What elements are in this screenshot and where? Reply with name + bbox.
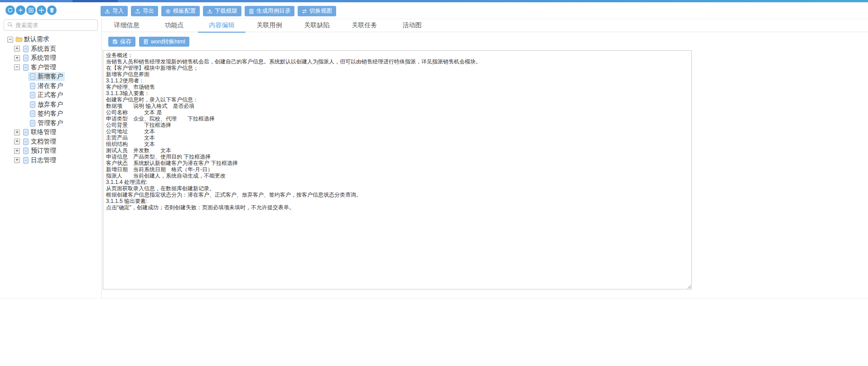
tree-node-body[interactable]: 联络管理	[21, 128, 58, 137]
tree-node-label: 新增客户	[38, 72, 63, 81]
content-editor[interactable]: 业务概述： 当销售人员和销售经理发现新的销售机会后，创建自己的客户信息。系统默认…	[103, 50, 692, 289]
word-to-html-button[interactable]: word转换html	[139, 37, 189, 47]
tree-node-label: 日志管理	[31, 156, 56, 164]
tree-node-body[interactable]: 签约客户	[28, 109, 65, 118]
import-icon	[105, 9, 110, 14]
tree-node-label: 预订管理	[31, 147, 56, 155]
tab-关联缺陷[interactable]: 关联缺陷	[293, 19, 341, 33]
save-button[interactable]: 保存	[108, 37, 135, 47]
tree-node-selected-body[interactable]: 新增客户	[28, 72, 65, 81]
tab-bar: 详细信息功能点内容编辑关联用例关联缺陷关联任务活动图	[103, 19, 868, 32]
tree-node-label: 潜在客户	[38, 82, 63, 90]
tree-node-文档管理[interactable]: +文档管理	[0, 137, 101, 147]
tab-详细信息[interactable]: 详细信息	[103, 19, 150, 33]
add-box-icon	[28, 7, 34, 13]
expand-icon[interactable]: +	[14, 130, 20, 135]
tree-node-潜在客户[interactable]: 潜在客户	[0, 82, 101, 91]
toolbar-button-label: 切换视图	[309, 7, 332, 15]
doc-icon	[22, 157, 29, 164]
tab-关联任务[interactable]: 关联任务	[341, 19, 388, 33]
search-icon	[7, 21, 13, 29]
trash-icon	[49, 7, 55, 13]
tree-node-body[interactable]: 管理客户	[28, 119, 65, 128]
editor-actions: 保存 word转换html	[108, 37, 868, 47]
requirements-sidebar: −默认需求+系统首页+系统管理−客户管理新增客户潜在客户正式客户放弃客户签约客户…	[0, 19, 102, 299]
search-input[interactable]	[15, 22, 94, 29]
tree-node-label: 签约客户	[38, 110, 63, 118]
tree-node-body[interactable]: 系统首页	[21, 44, 58, 53]
tab-内容编辑[interactable]: 内容编辑	[198, 19, 246, 33]
doc-icon	[22, 138, 29, 145]
tree-node-客户管理[interactable]: −客户管理	[0, 63, 101, 72]
expand-icon[interactable]: +	[14, 148, 20, 154]
toolbar-button-label: 导出	[143, 7, 154, 15]
doc-icon	[29, 101, 36, 108]
toolbar-button-切换视图[interactable]: 切换视图	[298, 6, 336, 16]
trash-button[interactable]	[47, 5, 57, 15]
doc-icon	[29, 110, 36, 117]
tree-node-系统首页[interactable]: +系统首页	[0, 44, 101, 54]
tree-node-label: 正式客户	[38, 91, 63, 99]
save-icon	[112, 39, 118, 44]
tree-node-body[interactable]: 文档管理	[21, 137, 58, 146]
tab-功能点[interactable]: 功能点	[150, 19, 198, 33]
refresh-button[interactable]	[5, 5, 15, 15]
tree-node-body[interactable]: 日志管理	[21, 156, 58, 165]
tree-node-默认需求[interactable]: −默认需求	[0, 35, 101, 44]
tree-node-body[interactable]: 预订管理	[21, 146, 58, 155]
toolbar-button-模板配置[interactable]: 模板配置	[161, 6, 200, 16]
tree-node-放弃客户[interactable]: 放弃客户	[0, 100, 101, 110]
toolbar-button-导出[interactable]: 导出	[131, 6, 158, 16]
tree-node-body[interactable]: 放弃客户	[28, 100, 65, 109]
document-icon	[249, 9, 254, 14]
toolbar-button-导入[interactable]: 导入	[101, 6, 128, 16]
tree-node-管理客户[interactable]: 管理客户	[0, 119, 101, 128]
doc-icon	[29, 120, 36, 127]
doc-icon	[29, 82, 36, 90]
tree-node-label: 联络管理	[31, 128, 56, 136]
toolbar-button-生成用例目录[interactable]: 生成用例目录	[245, 6, 294, 16]
tree-node-label: 文档管理	[31, 138, 56, 146]
tree-node-预订管理[interactable]: +预订管理	[0, 146, 101, 156]
add-button[interactable]	[16, 5, 25, 15]
word-to-html-label: word转换html	[151, 38, 185, 46]
refresh-icon	[7, 7, 13, 13]
folder-icon	[15, 36, 23, 43]
tree-node-联络管理[interactable]: +联络管理	[0, 128, 101, 137]
doc-icon	[22, 45, 29, 53]
tree-node-body[interactable]: 潜在客户	[28, 82, 65, 91]
collapse-icon[interactable]: −	[14, 64, 20, 70]
tree-node-body[interactable]: 系统管理	[21, 53, 58, 63]
expand-icon[interactable]: +	[14, 139, 20, 144]
move-button[interactable]	[37, 5, 46, 15]
tree-node-系统管理[interactable]: +系统管理	[0, 53, 101, 63]
toolbar-button-下载模版[interactable]: 下载模版	[203, 6, 241, 16]
doc-icon	[22, 147, 29, 154]
header-toolbar: 导入导出模板配置下载模版生成用例目录切换视图	[0, 2, 868, 19]
doc-icon	[22, 64, 29, 71]
tree-action-buttons	[5, 5, 57, 15]
expand-icon[interactable]: +	[14, 157, 20, 163]
tree-node-签约客户[interactable]: 签约客户	[0, 109, 101, 119]
collapse-icon[interactable]: −	[7, 37, 13, 43]
tree-node-body[interactable]: 默认需求	[14, 35, 51, 44]
tree-node-日志管理[interactable]: +日志管理	[0, 156, 101, 165]
tree-node-body[interactable]: 正式客户	[28, 91, 65, 100]
tree-node-body[interactable]: 客户管理	[21, 63, 58, 72]
move-icon	[39, 7, 44, 13]
tree-node-正式客户[interactable]: 正式客户	[0, 91, 101, 100]
doc-icon	[22, 54, 29, 62]
tree-node-新增客户[interactable]: 新增客户	[0, 72, 101, 82]
toolbar-button-label: 模板配置	[173, 7, 196, 15]
tab-活动图[interactable]: 活动图	[388, 19, 436, 33]
doc-icon	[29, 92, 36, 99]
tab-关联用例[interactable]: 关联用例	[246, 19, 293, 33]
tree-node-label: 系统首页	[31, 45, 56, 53]
add-box-button[interactable]	[26, 5, 36, 15]
toolbar-buttons: 导入导出模板配置下载模版生成用例目录切换视图	[101, 6, 336, 16]
tree-node-label: 放弃客户	[38, 101, 63, 109]
search-box[interactable]	[4, 19, 98, 31]
tree-node-label: 客户管理	[31, 63, 56, 72]
expand-icon[interactable]: +	[14, 46, 20, 52]
expand-icon[interactable]: +	[14, 55, 20, 61]
